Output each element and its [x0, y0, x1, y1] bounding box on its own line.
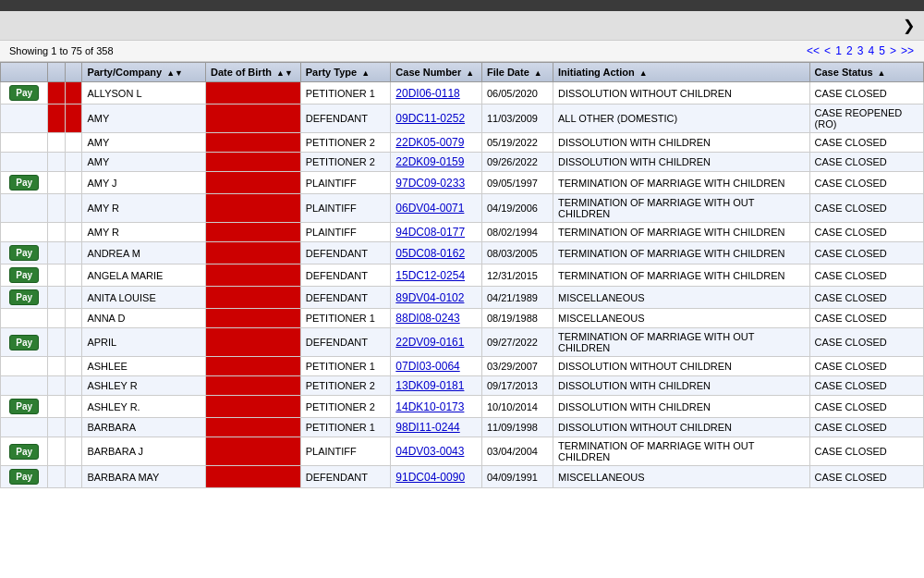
page-1[interactable]: 1 — [835, 44, 842, 57]
table-row: PayALLYSON LPETITIONER 120DI06-011806/05… — [1, 82, 924, 105]
red-col-2 — [65, 287, 82, 309]
case-number-link[interactable]: 94DC08-0177 — [395, 226, 465, 239]
pay-button[interactable]: Pay — [9, 399, 39, 414]
case-number-cell: 13DK09-0181 — [391, 376, 482, 396]
case-status-cell: CASE CLOSED — [809, 328, 923, 357]
results-table: Party/Company ▲▼ Date of Birth ▲▼ Party … — [0, 62, 924, 488]
case-number-link[interactable]: 07DI03-0064 — [395, 360, 459, 373]
case-number-cell: 91DC04-0090 — [391, 466, 482, 488]
results-info: Showing 1 to 75 of 358 << < 1 2 3 4 5 > … — [0, 41, 924, 62]
sort-status-icon: ▲ — [878, 68, 886, 78]
case-number-link[interactable]: 98DI11-0244 — [395, 421, 459, 434]
party-type-cell: PETITIONER 2 — [300, 133, 391, 153]
pay-button[interactable]: Pay — [9, 85, 39, 101]
pay-button[interactable]: Pay — [9, 175, 39, 191]
case-number-link[interactable]: 91DC04-0090 — [395, 471, 465, 484]
col-header-dob[interactable]: Date of Birth ▲▼ — [206, 63, 301, 82]
dob-cell — [206, 418, 301, 437]
sort-partytype-icon: ▲ — [361, 68, 370, 78]
party-type-cell: PETITIONER 1 — [300, 309, 391, 328]
dob-cell — [206, 328, 301, 357]
page-5[interactable]: 5 — [879, 44, 885, 57]
dob-cell — [206, 287, 301, 309]
case-number-link[interactable]: 22DK05-0079 — [395, 136, 464, 149]
dob-cell — [206, 153, 301, 172]
case-number-link[interactable]: 88DI08-0243 — [395, 312, 459, 325]
file-date-cell: 04/21/1989 — [481, 287, 553, 309]
case-number-link[interactable]: 06DV04-0071 — [395, 202, 464, 215]
file-date-cell: 03/04/2004 — [481, 437, 553, 466]
red-col-1 — [48, 133, 66, 153]
case-number-link[interactable]: 04DV03-0043 — [395, 445, 464, 458]
pay-button[interactable]: Pay — [9, 444, 39, 460]
case-number-link[interactable]: 22DK09-0159 — [395, 155, 464, 168]
red-col-1 — [48, 194, 66, 223]
case-status-cell: CASE CLOSED — [809, 309, 923, 328]
initiating-action-cell: TERMINATION OF MARRIAGE WITH CHILDREN — [553, 172, 810, 194]
case-number-link[interactable]: 22DV09-0161 — [395, 336, 464, 349]
file-date-cell: 11/09/1998 — [481, 418, 553, 437]
case-status-cell: CASE CLOSED — [809, 194, 923, 223]
party-type-cell: PETITIONER 1 — [300, 357, 391, 376]
file-date-cell: 09/17/2013 — [481, 376, 553, 396]
page-prev[interactable]: < — [824, 44, 831, 57]
file-date-cell: 11/03/2009 — [481, 105, 553, 133]
case-status-cell: CASE CLOSED — [809, 287, 923, 309]
page-next[interactable]: > — [890, 44, 896, 57]
case-number-cell: 05DC08-0162 — [391, 242, 482, 264]
table-row: PayANGELA MARIEDEFENDANT15DC12-025412/31… — [1, 264, 924, 287]
page-last[interactable]: >> — [901, 44, 914, 57]
party-type-cell: PETITIONER 1 — [300, 418, 391, 437]
pay-button[interactable]: Pay — [9, 469, 39, 485]
col-header-initiating[interactable]: Initiating Action ▲ — [553, 63, 810, 82]
red-col-1 — [48, 437, 66, 466]
col-header-partytype[interactable]: Party Type ▲ — [300, 63, 391, 82]
page-2[interactable]: 2 — [846, 44, 853, 57]
pay-button[interactable]: Pay — [9, 335, 39, 350]
case-status-cell: CASE CLOSED — [809, 466, 923, 488]
file-date-cell: 08/03/2005 — [481, 242, 553, 264]
page-3[interactable]: 3 — [857, 44, 864, 57]
party-type-cell: PETITIONER 1 — [300, 82, 391, 105]
case-status-cell: CASE CLOSED — [809, 242, 923, 264]
dob-cell — [206, 242, 301, 264]
party-type-cell: DEFENDANT — [300, 287, 391, 309]
initiating-action-cell: DISSOLUTION WITHOUT CHILDREN — [553, 418, 810, 437]
initiating-action-cell: DISSOLUTION WITHOUT CHILDREN — [553, 357, 810, 376]
col-header-status[interactable]: Case Status ▲ — [809, 63, 923, 82]
red-col-2 — [65, 82, 82, 105]
col-header-party[interactable]: Party/Company ▲▼ — [82, 63, 206, 82]
red-col-2 — [65, 357, 82, 376]
page-first[interactable]: << — [807, 44, 820, 57]
case-number-link[interactable]: 15DC12-0254 — [395, 269, 465, 282]
pay-cell: Pay — [1, 466, 48, 488]
pay-button[interactable]: Pay — [9, 245, 39, 261]
case-number-link[interactable]: 20DI06-0118 — [395, 87, 459, 100]
red-col-1 — [48, 264, 66, 287]
pay-button[interactable]: Pay — [9, 267, 39, 283]
case-number-cell: 98DI11-0244 — [391, 418, 482, 437]
col-header-pay — [1, 63, 48, 82]
col-header-filedate[interactable]: File Date ▲ — [481, 63, 553, 82]
case-number-link[interactable]: 05DC08-0162 — [395, 247, 465, 260]
file-date-cell: 09/26/2022 — [481, 153, 553, 172]
pay-button[interactable]: Pay — [9, 289, 39, 305]
table-row: PayASHLEY R.PETITIONER 214DK10-017310/10… — [1, 396, 924, 418]
case-number-link[interactable]: 09DC11-0252 — [395, 112, 465, 125]
case-number-link[interactable]: 89DV04-0102 — [395, 291, 464, 304]
party-type-cell: PETITIONER 2 — [300, 396, 391, 418]
col-header-casenum[interactable]: Case Number ▲ — [391, 63, 482, 82]
initiating-action-cell: TERMINATION OF MARRIAGE WITH OUT CHILDRE… — [553, 328, 810, 357]
red-col-1 — [48, 396, 66, 418]
party-name-cell: AMY J — [82, 172, 206, 194]
red-col-2 — [65, 105, 82, 133]
collapse-icon[interactable]: ❯ — [903, 17, 915, 34]
case-number-link[interactable]: 97DC09-0233 — [395, 177, 465, 190]
red-col-2 — [65, 264, 82, 287]
pay-cell: Pay — [1, 242, 48, 264]
case-number-link[interactable]: 13DK09-0181 — [395, 379, 464, 392]
pay-cell — [1, 418, 48, 437]
pay-cell — [1, 309, 48, 328]
page-4[interactable]: 4 — [868, 44, 874, 57]
case-number-link[interactable]: 14DK10-0173 — [395, 400, 464, 413]
